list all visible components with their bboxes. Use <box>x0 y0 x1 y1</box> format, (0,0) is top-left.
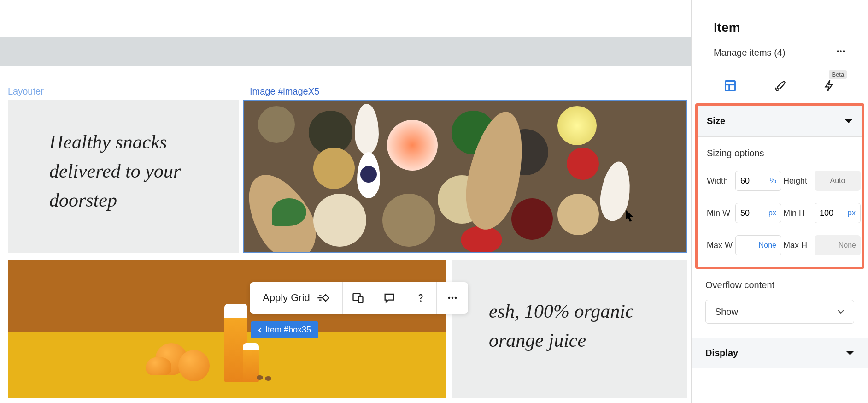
apply-grid-button[interactable]: Apply Grid <box>250 282 343 314</box>
text-block-juice[interactable]: esh, 100% organic orange juice <box>452 260 687 398</box>
svg-point-11 <box>843 50 845 52</box>
panel-title: Item <box>692 0 868 35</box>
chevron-down-icon <box>845 119 853 124</box>
minh-value-field[interactable] <box>820 208 838 218</box>
height-value: Auto <box>830 177 845 185</box>
responsive-button[interactable] <box>343 282 374 314</box>
svg-point-5 <box>421 301 421 301</box>
overflow-section: Overflow content Show <box>692 269 868 324</box>
tab-design[interactable] <box>773 79 786 94</box>
height-input[interactable]: Auto <box>815 171 861 191</box>
help-button[interactable] <box>405 282 437 314</box>
svg-point-10 <box>840 50 842 52</box>
cursor-icon <box>626 210 636 224</box>
size-section-header[interactable]: Size <box>698 106 862 137</box>
width-label: Width <box>707 176 733 186</box>
maxw-input[interactable]: None <box>735 235 781 255</box>
overflow-select[interactable]: Show <box>705 300 854 324</box>
minw-unit[interactable]: px <box>768 209 776 217</box>
image-block-food[interactable] <box>243 100 687 253</box>
brush-icon <box>773 79 786 92</box>
inspector-panel: Item Manage items (4) Beta Size Sizing o… <box>691 0 868 403</box>
selected-image-label[interactable]: Image #imageX5 <box>250 86 319 97</box>
floating-toolbar: Apply Grid <box>250 282 468 314</box>
svg-point-9 <box>837 50 839 52</box>
maxh-value: None <box>839 241 856 249</box>
sizing-options-label: Sizing options <box>707 148 853 159</box>
grid-diamond-icon <box>317 291 329 304</box>
display-section-header[interactable]: Display <box>692 338 868 368</box>
item-breadcrumb-badge[interactable]: Item #box35 <box>251 321 318 338</box>
width-unit[interactable]: % <box>770 177 776 185</box>
manage-items-link[interactable]: Manage items (4) <box>714 47 786 58</box>
help-icon <box>414 291 427 304</box>
maxh-input[interactable]: None <box>815 235 861 255</box>
layout-icon <box>724 79 737 92</box>
image-block-juice[interactable] <box>8 260 446 398</box>
heading-juice: esh, 100% organic orange juice <box>489 297 669 355</box>
more-horizontal-icon <box>836 46 846 56</box>
layout-row-2: esh, 100% organic orange juice <box>8 260 687 398</box>
maxh-label: Max H <box>783 241 813 250</box>
minw-input[interactable]: px <box>735 203 781 223</box>
heading-snacks: Healthy snacks delivered to your doorste… <box>49 128 230 215</box>
chevron-down-icon <box>837 309 845 314</box>
size-section-body: Sizing options Width % Height Auto Min W… <box>698 137 862 255</box>
minh-label: Min H <box>783 208 813 218</box>
beta-badge: Beta <box>829 70 847 79</box>
maxw-value: None <box>740 241 776 249</box>
apply-grid-label: Apply Grid <box>263 292 310 304</box>
panel-tabs: Beta <box>692 59 868 103</box>
comment-button[interactable] <box>374 282 405 314</box>
height-label: Height <box>783 176 813 186</box>
more-horizontal-icon <box>446 291 459 304</box>
more-button[interactable] <box>437 282 468 314</box>
lightning-icon <box>823 79 836 92</box>
chevron-left-icon <box>258 327 263 333</box>
minh-unit[interactable]: px <box>848 209 856 217</box>
tab-effects[interactable]: Beta <box>823 79 836 94</box>
item-badge-label: Item #box35 <box>265 325 311 335</box>
minh-input[interactable]: px <box>815 203 861 223</box>
layouter-label[interactable]: Layouter <box>8 86 44 97</box>
svg-rect-4 <box>358 297 363 303</box>
header-strip <box>0 37 691 66</box>
tab-layout[interactable] <box>724 79 737 94</box>
maxw-label: Max W <box>707 241 733 250</box>
chevron-down-icon <box>846 350 854 356</box>
canvas-area: Layouter Image #imageX5 Healthy snacks d… <box>0 0 691 403</box>
layout-row-1: Healthy snacks delivered to your doorste… <box>8 100 687 253</box>
text-block-snacks[interactable]: Healthy snacks delivered to your doorste… <box>8 100 239 253</box>
width-value-field[interactable] <box>740 176 759 186</box>
svg-point-6 <box>448 297 450 299</box>
size-section-title: Size <box>707 116 725 126</box>
overflow-label: Overflow content <box>705 280 854 290</box>
display-section-title: Display <box>705 348 738 358</box>
responsive-icon <box>352 291 364 304</box>
overflow-value: Show <box>715 307 738 317</box>
comment-icon <box>383 291 396 304</box>
svg-point-8 <box>454 297 457 299</box>
minw-value-field[interactable] <box>740 208 759 218</box>
minw-label: Min W <box>707 208 733 218</box>
panel-more-button[interactable] <box>836 46 846 59</box>
size-section-highlight: Size Sizing options Width % Height Auto … <box>695 103 864 269</box>
width-input[interactable]: % <box>735 171 781 191</box>
svg-rect-12 <box>725 81 735 91</box>
svg-point-7 <box>451 297 453 299</box>
